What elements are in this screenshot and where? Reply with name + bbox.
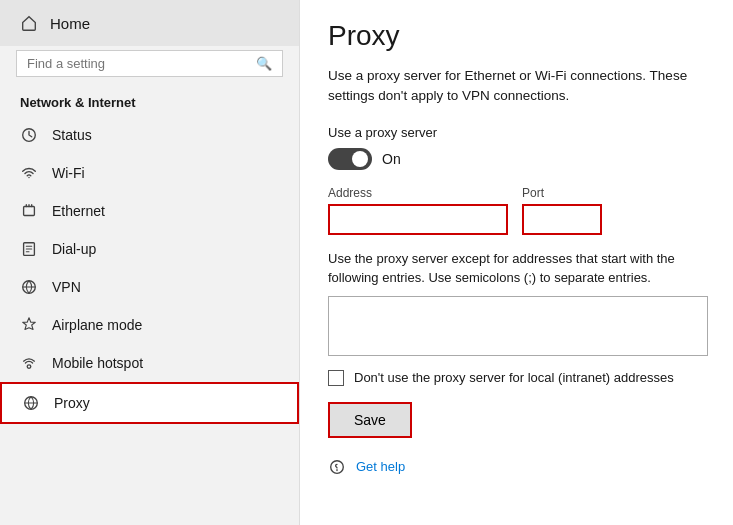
- checkbox-label: Don't use the proxy server for local (in…: [354, 370, 674, 385]
- sidebar-section-title: Network & Internet: [0, 87, 299, 116]
- get-help-icon: [328, 458, 346, 476]
- exceptions-textarea[interactable]: [328, 296, 708, 356]
- search-icon: 🔍: [256, 56, 272, 71]
- home-icon: [20, 14, 38, 32]
- exceptions-description: Use the proxy server except for addresse…: [328, 249, 705, 288]
- sidebar-item-status[interactable]: Status: [0, 116, 299, 154]
- vpn-icon: [20, 278, 38, 296]
- toggle-knob: [352, 151, 368, 167]
- proxy-icon: [22, 394, 40, 412]
- get-help-label: Get help: [356, 459, 405, 474]
- address-input[interactable]: [328, 204, 508, 235]
- dialup-label: Dial-up: [52, 241, 96, 257]
- hotspot-icon: [20, 354, 38, 372]
- sidebar-item-vpn[interactable]: VPN: [0, 268, 299, 306]
- sidebar-item-home[interactable]: Home: [0, 0, 299, 46]
- airplane-label: Airplane mode: [52, 317, 142, 333]
- dialup-icon: [20, 240, 38, 258]
- toggle-state-label: On: [382, 151, 401, 167]
- page-title: Proxy: [328, 20, 705, 52]
- search-input[interactable]: [27, 56, 250, 71]
- proxy-label: Proxy: [54, 395, 90, 411]
- use-proxy-label: Use a proxy server: [328, 125, 705, 140]
- port-input[interactable]: [522, 204, 602, 235]
- sidebar-item-proxy[interactable]: Proxy: [0, 382, 299, 424]
- proxy-toggle[interactable]: [328, 148, 372, 170]
- airplane-icon: [20, 316, 38, 334]
- ethernet-icon: [20, 202, 38, 220]
- hotspot-label: Mobile hotspot: [52, 355, 143, 371]
- vpn-label: VPN: [52, 279, 81, 295]
- address-port-row: Address Port: [328, 186, 705, 235]
- svg-point-3: [27, 365, 31, 369]
- local-addresses-checkbox[interactable]: [328, 370, 344, 386]
- sidebar-item-wifi[interactable]: Wi-Fi: [0, 154, 299, 192]
- sidebar-item-hotspot[interactable]: Mobile hotspot: [0, 344, 299, 382]
- port-label: Port: [522, 186, 602, 200]
- search-bar[interactable]: 🔍: [16, 50, 283, 77]
- checkbox-row: Don't use the proxy server for local (in…: [328, 370, 705, 386]
- status-label: Status: [52, 127, 92, 143]
- sidebar: Home 🔍 Network & Internet Status Wi-Fi E…: [0, 0, 300, 525]
- port-field-group: Port: [522, 186, 602, 235]
- sidebar-item-dialup[interactable]: Dial-up: [0, 230, 299, 268]
- toggle-row: On: [328, 148, 705, 170]
- wifi-label: Wi-Fi: [52, 165, 85, 181]
- address-field-group: Address: [328, 186, 508, 235]
- description-text: Use a proxy server for Ethernet or Wi-Fi…: [328, 66, 705, 107]
- save-button[interactable]: Save: [328, 402, 412, 438]
- wifi-icon: [20, 164, 38, 182]
- sidebar-item-ethernet[interactable]: Ethernet: [0, 192, 299, 230]
- svg-rect-1: [24, 207, 35, 216]
- ethernet-label: Ethernet: [52, 203, 105, 219]
- home-label: Home: [50, 15, 90, 32]
- status-icon: [20, 126, 38, 144]
- sidebar-item-airplane[interactable]: Airplane mode: [0, 306, 299, 344]
- get-help-row[interactable]: Get help: [328, 458, 705, 476]
- main-content: Proxy Use a proxy server for Ethernet or…: [300, 0, 733, 525]
- address-label: Address: [328, 186, 508, 200]
